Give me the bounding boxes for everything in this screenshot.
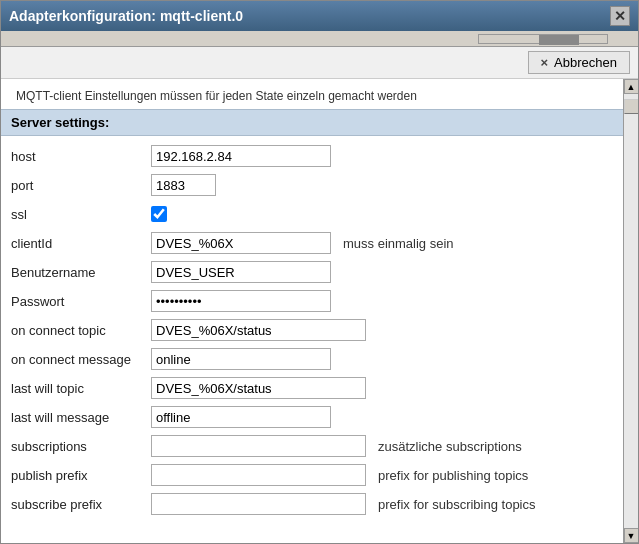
- scroll-track[interactable]: [624, 94, 638, 528]
- label-on-connect-topic: on connect topic: [11, 323, 151, 338]
- hint-subscribe-prefix: prefix for subscribing topics: [378, 497, 536, 512]
- input-publish-prefix[interactable]: [151, 464, 366, 486]
- form-row-last-will-message: last will message: [11, 405, 628, 429]
- close-icon: ✕: [614, 8, 626, 24]
- cancel-icon: ×: [541, 55, 549, 70]
- input-last-will-topic[interactable]: [151, 377, 366, 399]
- form-row-publish-prefix: publish prefix prefix for publishing top…: [11, 463, 628, 487]
- hint-publish-prefix: prefix for publishing topics: [378, 468, 528, 483]
- input-clientid[interactable]: [151, 232, 331, 254]
- form-row-host: host: [11, 144, 628, 168]
- form-row-last-will-topic: last will topic: [11, 376, 628, 400]
- label-benutzername: Benutzername: [11, 265, 151, 280]
- form-row-subscribe-prefix: subscribe prefix prefix for subscribing …: [11, 492, 628, 516]
- scroll-up-button[interactable]: ▲: [624, 79, 639, 94]
- form-row-ssl: ssl: [11, 202, 628, 226]
- form-area: host port ssl clientId muss einmalig sei…: [1, 140, 638, 543]
- horizontal-scrollbar[interactable]: [1, 31, 638, 47]
- label-passwort: Passwort: [11, 294, 151, 309]
- input-subscriptions[interactable]: [151, 435, 366, 457]
- hint-subscriptions: zusätzliche subscriptions: [378, 439, 522, 454]
- scroll-thumb[interactable]: [624, 99, 638, 114]
- input-ssl[interactable]: [151, 206, 167, 222]
- form-row-on-connect-message: on connect message: [11, 347, 628, 371]
- label-subscribe-prefix: subscribe prefix: [11, 497, 151, 512]
- cancel-label: Abbrechen: [554, 55, 617, 70]
- form-row-subscriptions: subscriptions zusätzliche subscriptions: [11, 434, 628, 458]
- input-on-connect-message[interactable]: [151, 348, 331, 370]
- label-last-will-topic: last will topic: [11, 381, 151, 396]
- adapter-config-window: Adapterkonfiguration: mqtt-client.0 ✕ × …: [0, 0, 639, 544]
- label-on-connect-message: on connect message: [11, 352, 151, 367]
- main-content: MQTT-client Einstellungen müssen für jed…: [1, 79, 638, 543]
- form-row-clientid: clientId muss einmalig sein: [11, 231, 628, 255]
- input-benutzername[interactable]: [151, 261, 331, 283]
- label-subscriptions: subscriptions: [11, 439, 151, 454]
- hint-clientid: muss einmalig sein: [343, 236, 454, 251]
- input-subscribe-prefix[interactable]: [151, 493, 366, 515]
- input-port[interactable]: [151, 174, 216, 196]
- input-last-will-message[interactable]: [151, 406, 331, 428]
- input-passwort[interactable]: [151, 290, 331, 312]
- label-host: host: [11, 149, 151, 164]
- title-bar: Adapterkonfiguration: mqtt-client.0 ✕: [1, 1, 638, 31]
- close-button[interactable]: ✕: [610, 6, 630, 26]
- label-clientid: clientId: [11, 236, 151, 251]
- label-last-will-message: last will message: [11, 410, 151, 425]
- action-bar: × Abbrechen: [1, 47, 638, 79]
- label-ssl: ssl: [11, 207, 151, 222]
- input-on-connect-topic[interactable]: [151, 319, 366, 341]
- vertical-scrollbar[interactable]: ▲ ▼: [623, 79, 638, 543]
- form-row-on-connect-topic: on connect topic: [11, 318, 628, 342]
- form-row-benutzername: Benutzername: [11, 260, 628, 284]
- window-title: Adapterkonfiguration: mqtt-client.0: [9, 8, 243, 24]
- cancel-button[interactable]: × Abbrechen: [528, 51, 630, 74]
- scroll-down-button[interactable]: ▼: [624, 528, 639, 543]
- section-header-server: Server settings:: [1, 109, 638, 136]
- form-row-passwort: Passwort: [11, 289, 628, 313]
- info-text: MQTT-client Einstellungen müssen für jed…: [1, 79, 638, 109]
- label-publish-prefix: publish prefix: [11, 468, 151, 483]
- label-port: port: [11, 178, 151, 193]
- input-host[interactable]: [151, 145, 331, 167]
- form-row-port: port: [11, 173, 628, 197]
